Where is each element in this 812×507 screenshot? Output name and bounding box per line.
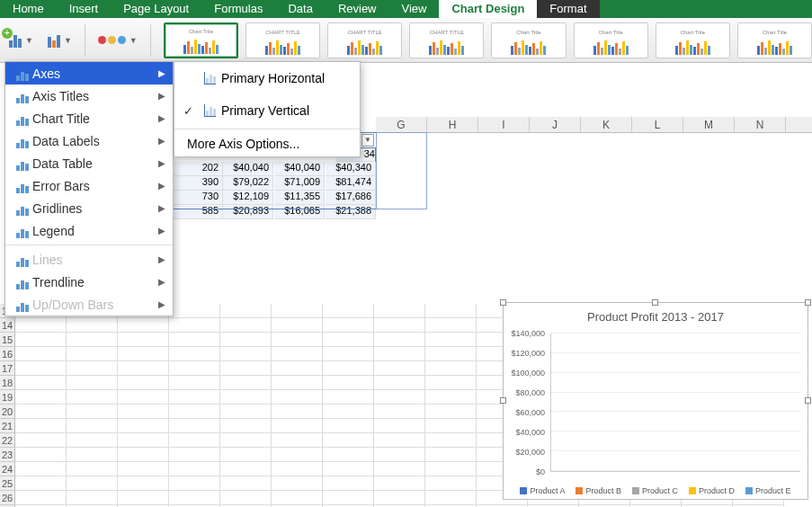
col-header-M[interactable]: M <box>683 117 735 132</box>
legend-item[interactable]: Product E <box>745 486 791 495</box>
row-header-17[interactable]: 17 <box>0 361 15 376</box>
plot-area[interactable] <box>550 334 800 472</box>
menu-item-error-bars[interactable]: Error Bars▶ <box>5 174 173 197</box>
ribbon-tab-page-layout[interactable]: Page Layout <box>111 0 201 18</box>
row-header-26[interactable]: 26 <box>0 491 15 505</box>
chart-style-6[interactable]: Chart Title <box>574 22 648 58</box>
chart-style-7[interactable]: Chart Title <box>656 22 730 58</box>
cell-value: 585 <box>173 205 223 219</box>
filter-dropdown-icon[interactable]: ▼ <box>361 134 374 147</box>
row-header-22[interactable]: 22 <box>0 433 15 448</box>
cell-value: $16,065 <box>274 205 325 219</box>
col-header-J[interactable]: J <box>530 117 581 132</box>
chart-style-2[interactable]: CHART TITLE <box>245 22 320 58</box>
menu-icon <box>13 224 32 238</box>
ribbon-tab-data[interactable]: Data <box>275 0 325 18</box>
resize-handle[interactable] <box>805 397 811 404</box>
menu-item-up-down-bars: Up/Down Bars▶ <box>5 293 173 316</box>
ribbon-tab-home[interactable]: Home <box>0 0 57 18</box>
cell-value: 390 <box>173 176 223 191</box>
caret-down-icon: ▼ <box>64 36 72 45</box>
chart-legend[interactable]: Product AProduct BProduct CProduct DProd… <box>504 486 808 495</box>
menu-item-data-labels[interactable]: Data Labels▶ <box>5 129 173 152</box>
cell-value: $40,040 <box>223 162 273 176</box>
submenu-item-primary-vertical[interactable]: ✓Primary Vertical <box>174 94 360 127</box>
submenu-arrow-icon: ▶ <box>158 158 165 168</box>
embedded-chart[interactable]: Product Profit 2013 - 2017 $0$20,000$40,… <box>503 302 808 500</box>
row-header-24[interactable]: 24 <box>0 462 15 476</box>
legend-item[interactable]: Product D <box>689 486 735 495</box>
ribbon-tab-format[interactable]: Format <box>537 0 599 18</box>
legend-item[interactable]: Product A <box>520 486 565 495</box>
menu-icon <box>13 298 32 312</box>
change-colors-button[interactable]: ▼ <box>93 32 143 49</box>
cell-value: $21,388 <box>326 205 376 219</box>
chart-title[interactable]: Product Profit 2013 - 2017 <box>504 303 808 327</box>
row-header-20[interactable]: 20 <box>0 405 15 419</box>
caret-down-icon: ▼ <box>129 36 138 45</box>
menu-item-legend[interactable]: Legend▶ <box>5 219 173 242</box>
quick-layout-button[interactable]: ▼ <box>42 30 77 51</box>
resize-handle[interactable] <box>500 299 506 306</box>
layout-icon <box>48 33 60 48</box>
cell-value: $40,040 <box>274 162 325 176</box>
more-axis-options[interactable]: More Axis Options... <box>174 131 360 156</box>
row-header-19[interactable]: 19 <box>0 390 15 405</box>
submenu-arrow-icon: ▶ <box>158 136 165 146</box>
menu-item-gridlines[interactable]: Gridlines▶ <box>5 197 173 219</box>
ribbon-tab-view[interactable]: View <box>389 0 440 18</box>
cell-value: $40,340 <box>326 162 376 176</box>
submenu-arrow-icon: ▶ <box>158 277 165 287</box>
ribbon-toolbar: + ▼ ▼ ▼ Chart TitleCHART TITLECHART TITL… <box>0 18 812 63</box>
ribbon-tab-insert[interactable]: Insert <box>57 0 112 18</box>
menu-icon <box>13 134 32 148</box>
cell-value: $17,686 <box>326 191 376 205</box>
chart-style-3[interactable]: CHART TITLE <box>327 22 402 58</box>
menu-item-axes[interactable]: Axes▶ <box>5 62 173 84</box>
plus-badge-icon: + <box>2 28 13 39</box>
col-header-I[interactable]: I <box>478 117 530 132</box>
legend-item[interactable]: Product C <box>632 486 678 495</box>
legend-item[interactable]: Product B <box>576 486 621 495</box>
axes-submenu: Primary Horizontal✓Primary VerticalMore … <box>174 61 361 157</box>
chart-styles-gallery: Chart TitleCHART TITLECHART TITLECHART T… <box>164 22 812 58</box>
col-header-H[interactable]: H <box>427 117 478 132</box>
add-chart-element-button[interactable]: + ▼ <box>4 30 39 51</box>
menu-item-trendline[interactable]: Trendline▶ <box>5 271 173 293</box>
selection-outline <box>376 132 427 209</box>
chart-style-4[interactable]: CHART TITLE <box>409 22 484 58</box>
menu-icon <box>13 201 32 216</box>
submenu-item-primary-horizontal[interactable]: Primary Horizontal <box>174 62 360 94</box>
col-header-L[interactable]: L <box>632 117 683 132</box>
row-header-25[interactable]: 25 <box>0 476 15 491</box>
ribbon-tab-chart-design[interactable]: Chart Design <box>439 0 537 18</box>
cell-value: 730 <box>173 191 223 205</box>
row-header-21[interactable]: 21 <box>0 419 15 433</box>
menu-item-chart-title[interactable]: Chart Title▶ <box>5 107 173 129</box>
ribbon-tabs: HomeInsertPage LayoutFormulasDataReviewV… <box>0 0 812 18</box>
row-header-15[interactable]: 15 <box>0 333 15 347</box>
row-header-16[interactable]: 16 <box>0 347 15 361</box>
submenu-arrow-icon: ▶ <box>158 226 165 236</box>
cell-value: $81,474 <box>326 176 376 191</box>
menu-icon <box>13 253 32 267</box>
ribbon-tab-review[interactable]: Review <box>326 0 389 18</box>
col-header-G[interactable]: G <box>376 117 427 132</box>
col-header-K[interactable]: K <box>581 117 632 132</box>
row-header-18[interactable]: 18 <box>0 376 15 390</box>
chart-style-8[interactable]: Chart Title <box>737 22 812 58</box>
ribbon-tab-formulas[interactable]: Formulas <box>201 0 275 18</box>
chart-style-5[interactable]: Chart Title <box>491 22 566 58</box>
menu-item-axis-titles[interactable]: Axis Titles▶ <box>5 84 173 107</box>
resize-handle[interactable] <box>805 299 811 306</box>
resize-handle[interactable] <box>652 299 658 306</box>
col-header-N[interactable]: N <box>735 117 786 132</box>
menu-item-data-table[interactable]: Data Table▶ <box>5 152 173 174</box>
menu-icon <box>13 156 32 171</box>
chart-style-1[interactable]: Chart Title <box>164 22 238 58</box>
row-header-14[interactable]: 14 <box>0 318 15 333</box>
row-headers: 1314151617181920212223242526272829303132 <box>0 304 15 507</box>
menu-item-lines: Lines▶ <box>5 248 173 271</box>
row-header-23[interactable]: 23 <box>0 448 15 462</box>
submenu-arrow-icon: ▶ <box>158 68 165 78</box>
